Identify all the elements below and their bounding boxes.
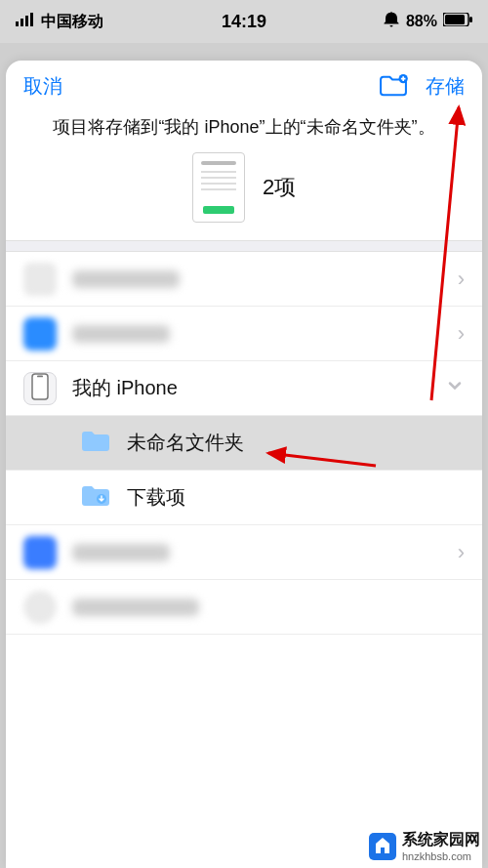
status-left: 中国移动 bbox=[16, 12, 103, 32]
save-sheet: 取消 存储 项目将存储到“我的 iPhone”上的“未命名文件夹”。 2项 › bbox=[6, 61, 482, 868]
location-list: › › 我的 iPhone 未命名文件夹 bbox=[6, 252, 482, 635]
signal-icon bbox=[16, 13, 35, 30]
list-item-untitled-folder[interactable]: 未命名文件夹 bbox=[6, 416, 482, 471]
svg-rect-3 bbox=[30, 13, 33, 26]
svg-rect-6 bbox=[469, 17, 472, 22]
status-bar: 中国移动 14:19 88% bbox=[0, 0, 488, 43]
new-folder-icon[interactable] bbox=[379, 74, 408, 98]
list-item-downloads[interactable]: 下载项 bbox=[6, 471, 482, 525]
sheet-header: 取消 存储 bbox=[6, 61, 482, 111]
cancel-button[interactable]: 取消 bbox=[23, 73, 62, 100]
list-item-my-iphone[interactable]: 我的 iPhone bbox=[6, 361, 482, 416]
list-item-label: 未命名文件夹 bbox=[127, 430, 465, 456]
status-right: 88% bbox=[383, 11, 472, 32]
folder-icon bbox=[80, 429, 111, 458]
watermark-url: hnzkhbsb.com bbox=[402, 850, 480, 862]
svg-rect-9 bbox=[37, 375, 43, 377]
list-item[interactable]: › bbox=[6, 307, 482, 361]
item-count: 2项 bbox=[263, 173, 296, 202]
alarm-icon bbox=[383, 11, 400, 32]
svg-rect-1 bbox=[20, 19, 23, 26]
watermark: 系统家园网 hnzkhbsb.com bbox=[369, 830, 480, 862]
battery-percent: 88% bbox=[406, 13, 437, 30]
carrier-label: 中国移动 bbox=[41, 12, 103, 32]
chevron-right-icon: › bbox=[458, 321, 465, 347]
list-item-label: 我的 iPhone bbox=[72, 375, 445, 401]
battery-icon bbox=[443, 13, 472, 30]
watermark-text: 系统家园网 bbox=[402, 830, 480, 850]
preview-row: 2项 bbox=[6, 146, 482, 240]
folder-icon bbox=[80, 483, 111, 513]
list-item[interactable]: › bbox=[6, 525, 482, 580]
svg-rect-0 bbox=[16, 21, 19, 26]
section-separator bbox=[6, 240, 482, 252]
chevron-right-icon: › bbox=[458, 540, 465, 565]
save-location-info: 项目将存储到“我的 iPhone”上的“未命名文件夹”。 bbox=[6, 111, 482, 146]
list-item-label: 下载项 bbox=[127, 484, 465, 511]
list-item[interactable]: › bbox=[6, 252, 482, 307]
chevron-right-icon: › bbox=[458, 267, 465, 292]
save-button[interactable]: 存储 bbox=[426, 73, 465, 100]
clock: 14:19 bbox=[222, 12, 266, 32]
chevron-down-icon bbox=[445, 376, 465, 401]
svg-rect-8 bbox=[32, 374, 48, 399]
svg-rect-2 bbox=[25, 16, 28, 26]
watermark-logo-icon bbox=[369, 833, 396, 860]
iphone-icon bbox=[31, 373, 49, 404]
preview-thumbnail bbox=[192, 152, 245, 223]
svg-rect-5 bbox=[445, 15, 465, 24]
list-item[interactable] bbox=[6, 580, 482, 635]
